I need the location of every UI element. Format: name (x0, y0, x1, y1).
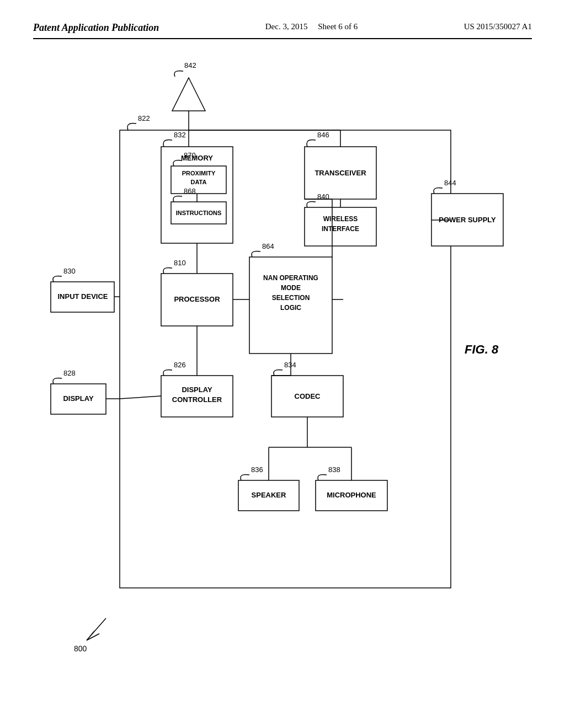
ref-846: 846 (317, 131, 329, 139)
ref-828: 828 (63, 369, 76, 377)
ref-832: 832 (174, 131, 186, 139)
label-840-1: WIRELESS (323, 215, 358, 223)
page-header: Patent Application Publication Dec. 3, 2… (33, 22, 532, 39)
label-846: TRANSCEIVER (315, 169, 366, 177)
header-sheet: Sheet 6 of 6 (318, 22, 358, 31)
ref-842: 842 (184, 61, 196, 69)
ref-870: 870 (184, 151, 196, 159)
antenna-symbol (172, 78, 205, 111)
header-date-sheet: Dec. 3, 2015 Sheet 6 of 6 (265, 22, 358, 31)
page: Patent Application Publication Dec. 3, 2… (0, 0, 565, 728)
label-864-3: SELECTION (272, 294, 310, 302)
ref-844: 844 (444, 179, 456, 187)
ref-822: 822 (138, 114, 150, 122)
label-838: MICROPHONE (327, 491, 376, 499)
svg-line-1 (87, 634, 99, 640)
ref-838: 838 (328, 465, 340, 474)
label-836: SPEAKER (252, 491, 286, 499)
label-868: INSTRUCTIONS (176, 210, 222, 216)
svg-marker-2 (87, 629, 95, 640)
label-828: DISPLAY (63, 394, 93, 403)
label-840-2: INTERFACE (322, 225, 359, 233)
label-864-2: MODE (281, 284, 301, 292)
ref-810: 810 (174, 259, 186, 267)
label-864-1: NAN OPERATING (263, 274, 318, 282)
ref-868: 868 (184, 187, 196, 195)
header-date: Dec. 3, 2015 (265, 22, 308, 31)
ref-836: 836 (251, 465, 263, 474)
figure-label: FIG. 8 (465, 342, 499, 356)
label-830: INPUT DEVICE (57, 292, 108, 301)
label-810: PROCESSOR (174, 295, 220, 303)
label-826-1: DISPLAY (182, 386, 212, 394)
ref-834: 834 (284, 361, 296, 369)
label-864-4: LOGIC (280, 304, 301, 312)
label-834: CODEC (295, 392, 321, 400)
diagram-area: text { font-family: Arial, Helvetica, sa… (33, 45, 532, 679)
label-870-1: PROXIMITY (182, 170, 216, 176)
figure-svg: text { font-family: Arial, Helvetica, sa… (33, 45, 532, 679)
ref-800: 800 (74, 644, 87, 653)
ref-826: 826 (174, 361, 186, 369)
ref-864: 864 (262, 242, 274, 250)
label-870-2: DATA (191, 179, 207, 185)
label-826-2: CONTROLLER (172, 395, 222, 404)
publication-title: Patent Application Publication (33, 22, 159, 34)
patent-number: US 2015/350027 A1 (464, 22, 532, 31)
ref-830: 830 (63, 267, 76, 275)
